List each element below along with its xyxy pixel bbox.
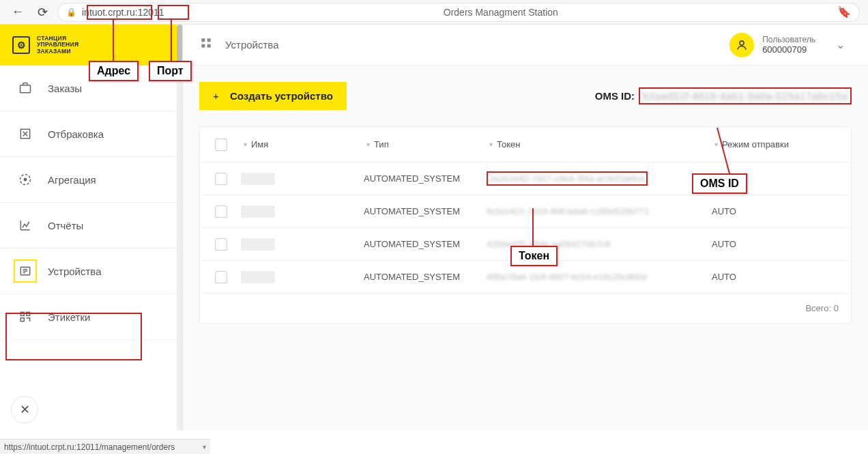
sort-icon[interactable]: ▾ (244, 141, 247, 148)
cell-type: AUTOMATED_SYSTEM (364, 239, 487, 249)
apps-icon[interactable] (199, 36, 213, 53)
sidebar-item-label: Агрегация (48, 174, 96, 186)
oms-id-label: OMS ID: (595, 90, 635, 102)
sidebar: ⚙ СТАНЦИЯ УПРАВЛЕНИЯ ЗАКАЗАМИ Заказы Отб… (0, 25, 183, 430)
row-checkbox[interactable] (215, 238, 227, 251)
user-id: 600000709 (762, 44, 815, 55)
page-title: Orders Managment Station (170, 7, 832, 18)
lock-icon: 🔒 (66, 8, 76, 17)
bookmark-icon[interactable]: 🔖 (837, 5, 851, 18)
sidebar-item-label: Заказы (48, 83, 82, 94)
sidebar-item-label: Устройства (48, 266, 101, 277)
main: Устройства Пользователь 600000709 ⌄ + Со… (183, 25, 868, 430)
reject-icon (18, 126, 33, 141)
cell-name (241, 238, 275, 251)
plus-icon: + (213, 90, 219, 102)
oms-id-display: OMS ID: b2aad31f-4816-4ab1-9a0a-015a17ab… (595, 87, 852, 104)
cell-type: AUTOMATED_SYSTEM (364, 173, 487, 184)
logo-icon: ⚙ (12, 36, 30, 54)
status-url: https://intuot.crpt.ru:12011/management/… (4, 442, 175, 452)
oms-id-value: b2aad31f-4816-4ab1-9a0a-015a17abc15a (643, 90, 848, 102)
cell-mode: AUTO (712, 206, 828, 216)
cell-token: 3a1b2e42-7d27-c4e4-3f4a-ac3cf2aefce (489, 173, 645, 184)
svg-rect-11 (201, 38, 205, 42)
close-sidebar-button[interactable]: ✕ (11, 396, 38, 423)
sidebar-scrollbar[interactable] (177, 25, 182, 430)
col-token[interactable]: Токен (497, 139, 520, 150)
logo-line3: ЗАКАЗАМИ (37, 48, 78, 55)
annotation-line-port (171, 20, 172, 61)
cell-name (241, 205, 275, 218)
annotation-line-address (113, 20, 114, 61)
sort-icon[interactable]: ▾ (714, 141, 718, 148)
table-footer: Всего: 0 (200, 294, 851, 323)
cell-type: AUTOMATED_SYSTEM (364, 206, 487, 216)
user-menu[interactable]: Пользователь 600000709 ⌄ (729, 33, 852, 57)
status-bar: https://intuot.crpt.ru:12011/management/… (0, 439, 210, 454)
col-name[interactable]: Имя (251, 139, 268, 150)
svg-rect-12 (207, 38, 211, 42)
sidebar-item-reports[interactable]: Отчёты (0, 203, 182, 249)
svg-point-15 (740, 41, 744, 45)
sort-icon[interactable]: ▾ (489, 141, 493, 148)
reload-button[interactable]: ⟳ (33, 3, 52, 22)
cell-name (241, 173, 275, 185)
annotation-line-token (532, 208, 534, 246)
sidebar-item-label: Отчёты (48, 220, 83, 231)
cell-mode: AUTO (712, 272, 828, 282)
user-label: Пользователь (762, 35, 815, 44)
annotation-url-port-box (158, 5, 189, 20)
annotation-url-address-box (87, 5, 152, 20)
row-checkbox[interactable] (215, 173, 227, 185)
cell-mode: AUTO (712, 239, 828, 249)
chart-icon (18, 218, 33, 233)
back-button[interactable]: ← (8, 3, 27, 22)
sort-icon[interactable]: ▾ (366, 141, 370, 148)
sidebar-item-aggregation[interactable]: Агрегация (0, 157, 182, 203)
row-checkbox[interactable] (215, 271, 227, 283)
topbar-title: Устройства (225, 39, 278, 51)
briefcase-icon (18, 81, 33, 96)
sidebar-item-devices[interactable]: Устройства (0, 249, 182, 294)
devices-table: ▾Имя ▾Тип ▾Токен ▾Режим отправки AUTOMAT… (199, 126, 852, 324)
devices-icon (18, 264, 33, 279)
annotation-active-nav-box (5, 313, 142, 360)
create-device-button[interactable]: + Создать устройство (199, 82, 347, 110)
cell-type: AUTOMATED_SYSTEM (364, 272, 487, 282)
chevron-down-icon: ⌄ (836, 38, 845, 51)
col-type[interactable]: Тип (374, 139, 389, 150)
create-device-label: Создать устройство (230, 90, 333, 102)
annotation-port: Порт (149, 61, 192, 81)
topbar: Устройства Пользователь 600000709 ⌄ (183, 25, 868, 66)
sidebar-item-label: Отбраковка (48, 128, 104, 140)
annotation-address: Адрес (89, 61, 139, 81)
row-checkbox[interactable] (215, 205, 227, 218)
annotation-oms-id: OMS ID (692, 173, 747, 194)
sidebar-item-reject[interactable]: Отбраковка (0, 111, 182, 157)
svg-point-3 (24, 178, 26, 180)
logo: ⚙ СТАНЦИЯ УПРАВЛЕНИЯ ЗАКАЗАМИ (0, 25, 182, 66)
table-row[interactable]: AUTOMATED_SYSTEM 6c5cc421-7d19-4f4f-bda6… (200, 195, 851, 228)
svg-rect-0 (20, 85, 31, 93)
cell-token: 6c5cc421-7d19-4f4f-bda6-c280d525b771 (487, 206, 650, 216)
select-all-checkbox[interactable] (215, 139, 227, 151)
aggregation-icon (18, 172, 33, 187)
cell-name (241, 271, 275, 283)
svg-rect-14 (207, 44, 211, 48)
avatar (729, 33, 754, 57)
annotation-token: Токен (510, 246, 558, 266)
col-mode[interactable]: Режим отправки (722, 139, 789, 150)
svg-rect-13 (201, 44, 205, 48)
table-header: ▾Имя ▾Тип ▾Токен ▾Режим отправки (200, 127, 851, 162)
cell-token: 495a78a4-1fc9-4807-bc54-e18c25c9b0d (487, 272, 647, 282)
table-row[interactable]: AUTOMATED_SYSTEM 3a1b2e42-7d27-c4e4-3f4a… (200, 162, 851, 195)
